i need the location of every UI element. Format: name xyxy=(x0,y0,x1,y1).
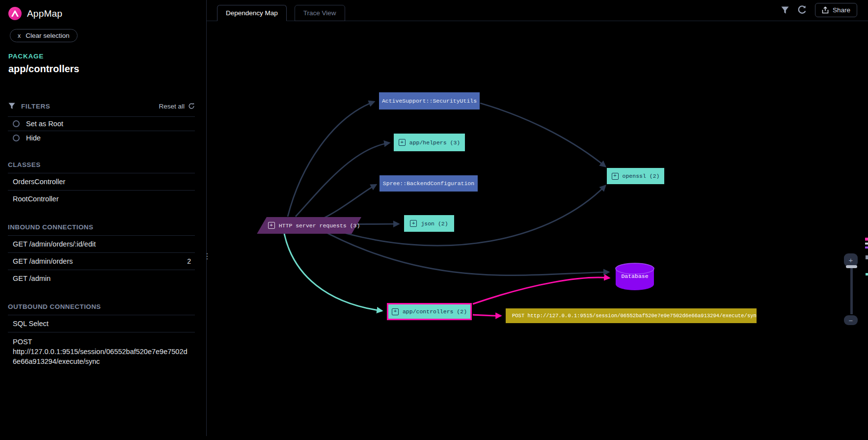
class-label: OrdersController xyxy=(13,178,65,186)
clear-selection-button[interactable]: x Clear selection xyxy=(10,29,78,42)
outbound-label: POST http://127.0.0.1:9515/session/06552… xyxy=(13,338,188,365)
reset-all-button[interactable]: Reset all xyxy=(159,103,195,110)
radio-icon[interactable] xyxy=(13,135,20,141)
sidebar-resize-handle[interactable]: ⋮ xyxy=(203,254,211,259)
expand-icon[interactable]: + xyxy=(268,222,275,229)
filters-title: FILTERS xyxy=(21,103,50,110)
hide-label: Hide xyxy=(26,134,41,142)
zoom-control: + − xyxy=(844,253,859,325)
inbound-label: GET /admin/orders xyxy=(13,257,73,265)
filter-icon[interactable] xyxy=(781,6,789,14)
node-label: json (2) xyxy=(421,220,448,227)
node-spree-backendconfiguration[interactable]: Spree::BackendConfiguration xyxy=(380,175,478,192)
node-label: Database xyxy=(614,273,656,279)
filter-option-hide[interactable]: Hide xyxy=(8,131,195,145)
inbound-item[interactable]: GET /admin/orders 2 xyxy=(8,252,195,270)
edge-securityutils-to-openssl[interactable] xyxy=(480,103,605,166)
node-label: ActiveSupport::SecurityUtils xyxy=(382,98,477,104)
inbound-item[interactable]: GET /admin xyxy=(8,270,195,287)
edge-controllers-to-database[interactable] xyxy=(473,277,609,304)
node-activesupport-securityutils[interactable]: ActiveSupport::SecurityUtils xyxy=(379,92,480,110)
zoom-slider-handle[interactable] xyxy=(846,265,857,268)
tab-trace-view[interactable]: Trace View xyxy=(295,5,345,21)
edge-controllers-to-post[interactable] xyxy=(473,315,501,316)
edge-http-to-securityutils[interactable] xyxy=(288,102,374,217)
share-button[interactable]: Share xyxy=(815,3,857,17)
radio-icon[interactable] xyxy=(13,120,20,127)
edge-http-to-controllers[interactable] xyxy=(284,234,382,311)
node-label: Spree::BackendConfiguration xyxy=(383,180,474,187)
node-label: openssl (2) xyxy=(623,173,660,179)
filter-option-set-as-root[interactable]: Set as Root xyxy=(8,116,195,131)
class-item-rootcontroller[interactable]: RootController xyxy=(8,190,195,207)
selection-name: app/controllers xyxy=(8,63,196,75)
tab-label: Dependency Map xyxy=(226,9,278,17)
edge-http-to-spree[interactable] xyxy=(319,185,376,220)
class-item-orderscontroller[interactable]: OrdersController xyxy=(8,173,195,190)
node-database[interactable]: Database xyxy=(614,262,656,293)
reset-all-label: Reset all xyxy=(159,103,185,110)
expand-icon[interactable]: + xyxy=(612,173,619,180)
details-sidebar: AppMap x Clear selection PACKAGE app/con… xyxy=(0,0,207,436)
current-selection: PACKAGE app/controllers xyxy=(0,42,206,75)
zoom-slider-track[interactable] xyxy=(850,267,853,314)
expand-icon[interactable]: + xyxy=(410,220,417,227)
inbound-count-badge: 2 xyxy=(187,257,195,265)
edge-lower-to-openssl[interactable] xyxy=(323,186,605,246)
node-app-helpers[interactable]: + app/helpers (3) xyxy=(394,134,465,151)
filter-funnel-icon xyxy=(8,103,15,110)
tab-dependency-map[interactable]: Dependency Map xyxy=(217,5,287,21)
zoom-out-button[interactable]: − xyxy=(844,315,858,325)
inbound-label: GET /admin xyxy=(13,275,51,282)
node-label: app/helpers (3) xyxy=(409,139,461,146)
refresh-icon[interactable] xyxy=(797,5,807,15)
outbound-item[interactable]: SQL Select xyxy=(8,315,195,332)
edge-http-to-helpers[interactable] xyxy=(296,143,389,217)
classes-section-title: CLASSES xyxy=(8,161,195,168)
appmap-logo-icon xyxy=(8,7,22,20)
inbound-item[interactable]: GET /admin/orders/:id/edit xyxy=(8,235,195,252)
selection-type-label: PACKAGE xyxy=(8,53,196,60)
zoom-in-button[interactable]: + xyxy=(844,253,858,267)
outbound-section-title: OUTBOUND CONNECTIONS xyxy=(8,303,195,310)
reset-icon xyxy=(188,103,195,110)
node-http-server-requests[interactable]: + HTTP server requests (3) xyxy=(267,217,361,234)
canvas-topbar: Dependency Map Trace View Share xyxy=(207,0,868,21)
clear-selection-label: Clear selection xyxy=(26,32,69,39)
node-openssl[interactable]: + openssl (2) xyxy=(607,168,664,184)
node-json[interactable]: + json (2) xyxy=(404,215,454,232)
share-label: Share xyxy=(833,6,850,14)
view-tabs: Dependency Map Trace View xyxy=(217,5,345,21)
filters-header: FILTERS Reset all xyxy=(8,100,195,112)
node-label: app/controllers (2) xyxy=(403,308,467,315)
node-post-request[interactable]: POST http://127.0.0.1:9515/session/06552… xyxy=(506,308,757,323)
brand: AppMap xyxy=(0,0,206,20)
set-as-root-label: Set as Root xyxy=(26,120,63,128)
inbound-label: GET /admin/orders/:id/edit xyxy=(13,240,96,248)
edge-dark-to-database[interactable] xyxy=(319,229,609,275)
appmap-window: AppMap x Clear selection PACKAGE app/con… xyxy=(0,0,868,440)
app-title: AppMap xyxy=(27,8,62,19)
node-label: HTTP server requests (3) xyxy=(279,222,360,229)
close-icon: x xyxy=(18,32,21,39)
outbound-label: SQL Select xyxy=(13,320,49,328)
class-label: RootController xyxy=(13,195,59,203)
topbar-actions: Share xyxy=(781,3,857,17)
inbound-section-title: INBOUND CONNECTIONS xyxy=(8,223,195,231)
expand-icon[interactable]: + xyxy=(392,308,399,315)
node-label: POST http://127.0.0.1:9515/session/06552… xyxy=(512,313,757,319)
node-app-controllers[interactable]: + app/controllers (2) xyxy=(387,303,472,320)
upload-icon xyxy=(822,6,829,14)
outbound-item[interactable]: POST http://127.0.0.1:9515/session/06552… xyxy=(8,332,195,371)
expand-icon[interactable]: + xyxy=(399,139,406,146)
tab-label: Trace View xyxy=(303,9,336,17)
